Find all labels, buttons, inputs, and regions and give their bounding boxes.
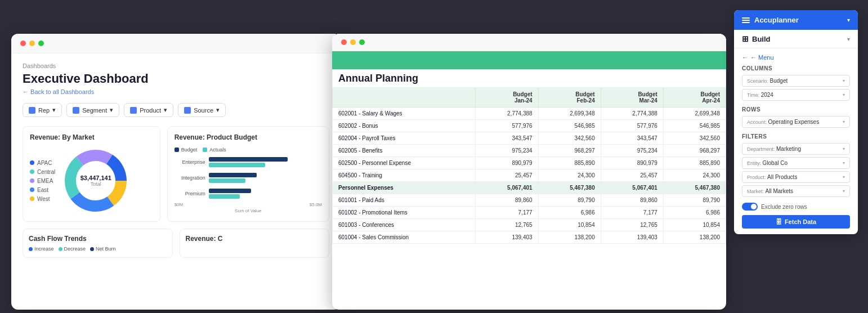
cell-bfeb[interactable]: 138,200 xyxy=(538,231,601,244)
cell-bapr[interactable]: 2,699,348 xyxy=(663,108,726,120)
toggle-switch[interactable] xyxy=(742,203,758,211)
col-bfeb[interactable]: BudgetFeb-24 xyxy=(538,88,601,108)
sum-label: Sum of Value xyxy=(175,208,322,213)
cell-bfeb[interactable]: 342,560 xyxy=(538,132,601,145)
filter-rep[interactable]: Rep ▾ xyxy=(23,103,62,117)
budget-label: Budget xyxy=(181,147,198,153)
budget-bar-enterprise xyxy=(209,157,288,162)
charts-row: Revenue: By Market APAC Central xyxy=(23,126,329,222)
close-dot[interactable] xyxy=(20,41,26,46)
cell-bmar[interactable]: 577,976 xyxy=(601,120,663,132)
cell-bmar[interactable]: 975,234 xyxy=(601,145,663,157)
cell-account[interactable]: 601004 - Sales Commission xyxy=(333,231,476,244)
account-field[interactable]: Account: Operating Expenses ▾ xyxy=(742,116,850,128)
cell-bapr[interactable]: 6,986 xyxy=(663,207,726,219)
build-chevron-icon[interactable]: ▾ xyxy=(847,36,850,42)
cell-bjan[interactable]: 343,547 xyxy=(476,132,538,145)
annual-planning-title: Annual Planning xyxy=(333,70,726,88)
cell-bapr[interactable]: 138,200 xyxy=(663,231,726,244)
back-link[interactable]: ← Back to all Dashboards xyxy=(23,88,329,95)
cell-bmar[interactable]: 7,177 xyxy=(601,207,663,219)
cell-account[interactable]: 602004 - Payroll Taxes xyxy=(333,132,476,145)
cell-bfeb[interactable]: 546,985 xyxy=(538,120,601,132)
filter-source[interactable]: Source ▾ xyxy=(178,103,226,117)
app-chevron-icon[interactable]: ▾ xyxy=(847,17,850,23)
cell-bapr[interactable]: 10,854 xyxy=(663,219,726,231)
market-label: Market: All Markets xyxy=(747,188,793,194)
cell-account[interactable]: 602002 - Bonus xyxy=(333,120,476,132)
cell-account[interactable]: 601001 - Paid Ads xyxy=(333,194,476,207)
east-dot xyxy=(30,187,34,192)
net-burn-dot xyxy=(90,247,94,251)
department-field[interactable]: Department: Marketing ▾ xyxy=(742,143,850,155)
cell-bjan[interactable]: 975,234 xyxy=(476,145,538,157)
cell-bjan[interactable]: 890,979 xyxy=(476,157,538,169)
product-filter-value: All Products xyxy=(767,174,797,180)
cell-bjan[interactable]: 12,765 xyxy=(476,219,538,231)
filter-row: Rep ▾ Segment ▾ Product ▾ Source ▾ xyxy=(23,103,329,117)
exclude-zero-toggle[interactable]: Exclude zero rows xyxy=(742,203,850,211)
cell-bfeb[interactable]: 10,854 xyxy=(538,219,601,231)
time-field[interactable]: Time: 2024 ▾ xyxy=(742,89,850,101)
cell-bmar[interactable]: 89,860 xyxy=(601,194,663,207)
cell-bapr[interactable]: 546,985 xyxy=(663,120,726,132)
col-bapr[interactable]: BudgetApr-24 xyxy=(663,88,726,108)
cell-bmar[interactable]: 343,547 xyxy=(601,132,663,145)
bottom-row: Cash Flow Trends Increase Decrease Net B… xyxy=(23,229,329,258)
cell-bjan[interactable]: 577,976 xyxy=(476,120,538,132)
chevron-down-icon: ▾ xyxy=(110,106,113,114)
cell-bjan[interactable]: 5,067,401 xyxy=(476,182,538,194)
ss-tbody: 602001 - Salary & Wages2,774,3882,699,34… xyxy=(333,108,726,244)
cell-bfeb[interactable]: 2,699,348 xyxy=(538,108,601,120)
back-to-menu[interactable]: ← ← Menu xyxy=(742,54,850,61)
cell-bjan[interactable]: 25,457 xyxy=(476,169,538,182)
cell-bapr[interactable]: 5,467,380 xyxy=(663,182,726,194)
cell-bjan[interactable]: 139,403 xyxy=(476,231,538,244)
cell-account[interactable]: Personnel Expenses xyxy=(333,182,476,194)
cell-account[interactable]: 602500 - Personnel Expense xyxy=(333,157,476,169)
cell-bfeb[interactable]: 968,297 xyxy=(538,145,601,157)
cell-bfeb[interactable]: 885,890 xyxy=(538,157,601,169)
ss-close-dot[interactable] xyxy=(341,39,347,45)
cell-bapr[interactable]: 342,560 xyxy=(663,132,726,145)
cell-bfeb[interactable]: 24,300 xyxy=(538,169,601,182)
fetch-data-button[interactable]: 🗄 Fetch Data xyxy=(742,215,850,229)
cell-bmar[interactable]: 139,403 xyxy=(601,231,663,244)
chevron-down-icon: ▾ xyxy=(216,106,220,114)
cell-bjan[interactable]: 89,860 xyxy=(476,194,538,207)
cell-bmar[interactable]: 12,765 xyxy=(601,219,663,231)
cell-bapr[interactable]: 89,790 xyxy=(663,194,726,207)
product-filter-field[interactable]: Product: All Products ▾ xyxy=(742,171,850,183)
cell-account[interactable]: 602001 - Salary & Wages xyxy=(333,108,476,120)
entity-value: Global Co xyxy=(763,160,788,166)
apac-label: APAC xyxy=(37,160,52,166)
market-field[interactable]: Market: All Markets ▾ xyxy=(742,185,850,197)
cell-bjan[interactable]: 7,177 xyxy=(476,207,538,219)
legend-east: East xyxy=(30,187,55,193)
cell-bmar[interactable]: 890,979 xyxy=(601,157,663,169)
ss-maximize-dot[interactable] xyxy=(359,39,365,45)
cell-bfeb[interactable]: 5,467,380 xyxy=(538,182,601,194)
filter-segment[interactable]: Segment ▾ xyxy=(66,103,119,117)
cell-bapr[interactable]: 24,300 xyxy=(663,169,726,182)
col-bjan[interactable]: BudgetJan-24 xyxy=(476,88,538,108)
cell-bmar[interactable]: 2,774,388 xyxy=(601,108,663,120)
cell-bfeb[interactable]: 89,790 xyxy=(538,194,601,207)
cell-bmar[interactable]: 5,067,401 xyxy=(601,182,663,194)
cell-bfeb[interactable]: 6,986 xyxy=(538,207,601,219)
cell-bapr[interactable]: 885,890 xyxy=(663,157,726,169)
maximize-dot[interactable] xyxy=(38,41,44,46)
cell-account[interactable]: 601002 - Promotional Items xyxy=(333,207,476,219)
cell-bmar[interactable]: 25,457 xyxy=(601,169,663,182)
ss-minimize-dot[interactable] xyxy=(350,39,356,45)
cell-account[interactable]: 602005 - Benefits xyxy=(333,145,476,157)
scenario-field[interactable]: Scenario: Budget ▾ xyxy=(742,75,850,87)
cell-bapr[interactable]: 968,297 xyxy=(663,145,726,157)
minimize-dot[interactable] xyxy=(29,41,35,46)
filter-product[interactable]: Product ▾ xyxy=(124,103,173,117)
entity-field[interactable]: Entity: Global Co ▾ xyxy=(742,157,850,169)
cell-bjan[interactable]: 2,774,388 xyxy=(476,108,538,120)
col-bmar[interactable]: BudgetMar-24 xyxy=(601,88,663,108)
cell-account[interactable]: 604500 - Training xyxy=(333,169,476,182)
cell-account[interactable]: 601003 - Conferences xyxy=(333,219,476,231)
